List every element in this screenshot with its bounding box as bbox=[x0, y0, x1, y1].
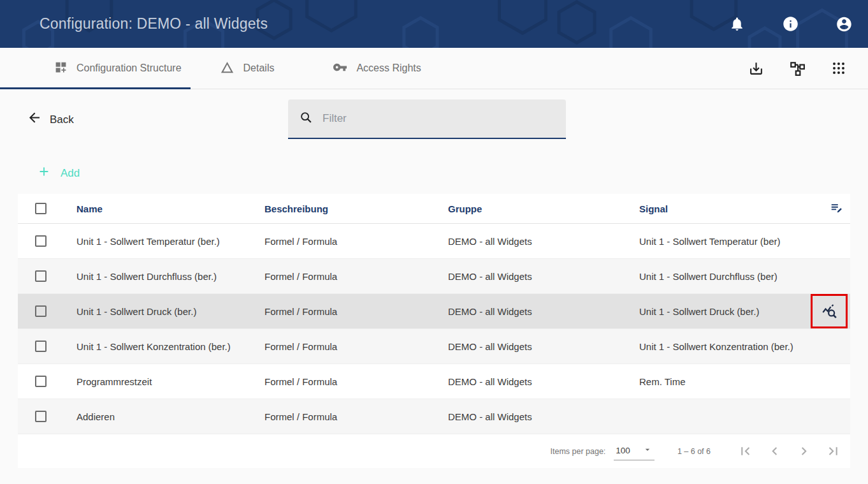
row-checkbox[interactable] bbox=[35, 305, 47, 317]
next-page-icon[interactable] bbox=[796, 443, 812, 459]
add-button[interactable]: Add bbox=[37, 165, 80, 182]
query-stats-icon[interactable] bbox=[821, 303, 838, 320]
paginator: Items per page: 100 1 – 6 of 6 bbox=[18, 434, 850, 468]
cell-beschreibung: Formel / Formula bbox=[264, 271, 448, 282]
tab-bar: Configuration Structure Details Access R… bbox=[0, 48, 868, 89]
cell-gruppe: DEMO - all Widgets bbox=[448, 306, 639, 317]
plus-icon bbox=[37, 165, 51, 182]
table-header-row: Name Beschreibung Gruppe Signal bbox=[18, 194, 850, 224]
back-button[interactable]: Back bbox=[27, 110, 74, 129]
row-checkbox[interactable] bbox=[35, 376, 47, 387]
cell-gruppe: DEMO - all Widgets bbox=[448, 236, 639, 247]
apps-grid-icon[interactable] bbox=[830, 60, 847, 77]
add-label: Add bbox=[61, 167, 80, 180]
main-content: Back Add Name Beschreibung Gruppe Signal bbox=[0, 99, 868, 468]
last-page-icon[interactable] bbox=[825, 443, 841, 459]
cell-beschreibung: Formel / Formula bbox=[264, 306, 448, 317]
items-per-page-value: 100 bbox=[616, 446, 630, 455]
cell-signal: Unit 1 - Sollwert Druck (ber.) bbox=[639, 306, 809, 317]
first-page-icon[interactable] bbox=[737, 443, 753, 459]
table-row[interactable]: Programmrestzeit Formel / Formula DEMO -… bbox=[18, 364, 850, 399]
cell-signal: Unit 1 - Sollwert Durchfluss (ber) bbox=[639, 271, 809, 282]
toolbar-row: Back bbox=[0, 99, 868, 139]
items-per-page-label: Items per page: bbox=[550, 447, 605, 456]
cell-name: Unit 1 - Sollwert Temperatur (ber.) bbox=[76, 236, 264, 247]
pager-nav bbox=[737, 443, 841, 459]
warning-triangle-icon bbox=[220, 60, 235, 77]
cell-gruppe: DEMO - all Widgets bbox=[448, 411, 639, 422]
back-arrow-icon bbox=[27, 110, 42, 129]
tab-label: Configuration Structure bbox=[76, 62, 182, 74]
tab-label: Access Rights bbox=[356, 62, 421, 74]
tab-label: Details bbox=[243, 62, 275, 74]
app-header: Configuration: DEMO - all Widgets bbox=[0, 0, 868, 48]
dashboard-customize-icon bbox=[54, 61, 68, 77]
cell-gruppe: DEMO - all Widgets bbox=[448, 341, 639, 352]
tab-configuration-structure[interactable]: Configuration Structure bbox=[0, 48, 191, 89]
signals-table: Name Beschreibung Gruppe Signal Unit 1 -… bbox=[18, 194, 850, 468]
row-checkbox[interactable] bbox=[35, 270, 47, 282]
tab-access-rights[interactable]: Access Rights bbox=[303, 48, 450, 89]
table-row-highlighted[interactable]: Unit 1 - Sollwert Druck (ber.) Formel / … bbox=[18, 294, 850, 329]
tree-structure-icon[interactable] bbox=[789, 60, 806, 77]
cell-signal: Rem. Time bbox=[639, 376, 809, 387]
cell-name: Programmrestzeit bbox=[76, 376, 264, 387]
account-circle-icon[interactable] bbox=[835, 15, 853, 33]
table-row[interactable]: Unit 1 - Sollwert Temperatur (ber.) Form… bbox=[18, 224, 850, 259]
table-row[interactable]: Unit 1 - Sollwert Durchfluss (ber.) Form… bbox=[18, 259, 850, 294]
cell-name: Unit 1 - Sollwert Konzentration (ber.) bbox=[76, 341, 264, 352]
column-header-name: Name bbox=[76, 203, 264, 214]
cell-name: Unit 1 - Sollwert Druck (ber.) bbox=[76, 306, 264, 317]
column-header-beschreibung: Beschreibung bbox=[264, 203, 448, 214]
tab-details[interactable]: Details bbox=[191, 48, 304, 89]
cell-gruppe: DEMO - all Widgets bbox=[448, 376, 639, 387]
search-icon bbox=[299, 110, 313, 127]
tabbar-actions bbox=[748, 48, 868, 89]
page-title: Configuration: DEMO - all Widgets bbox=[40, 15, 268, 33]
cell-name: Addieren bbox=[76, 411, 264, 422]
edit-columns-icon[interactable] bbox=[830, 202, 848, 216]
table-row[interactable]: Unit 1 - Sollwert Konzentration (ber.) F… bbox=[18, 329, 850, 364]
row-checkbox[interactable] bbox=[35, 341, 47, 352]
cell-beschreibung: Formel / Formula bbox=[264, 411, 448, 422]
cell-name: Unit 1 - Sollwert Durchfluss (ber.) bbox=[76, 271, 264, 282]
cell-beschreibung: Formel / Formula bbox=[264, 236, 448, 247]
info-icon[interactable] bbox=[782, 15, 799, 33]
column-header-signal: Signal bbox=[639, 203, 809, 214]
download-icon[interactable] bbox=[748, 60, 764, 77]
cell-signal: Unit 1 - Sollwert Temperatur (ber) bbox=[639, 236, 809, 247]
back-label: Back bbox=[50, 113, 74, 126]
header-icons bbox=[728, 15, 853, 33]
annotation-highlight-box bbox=[811, 294, 848, 328]
notifications-icon[interactable] bbox=[728, 15, 746, 33]
column-header-gruppe: Gruppe bbox=[448, 203, 639, 214]
row-checkbox[interactable] bbox=[35, 411, 47, 422]
previous-page-icon[interactable] bbox=[767, 443, 783, 459]
table-row[interactable]: Addieren Formel / Formula DEMO - all Wid… bbox=[18, 399, 850, 434]
filter-field bbox=[288, 99, 566, 139]
cell-beschreibung: Formel / Formula bbox=[264, 376, 448, 387]
cell-gruppe: DEMO - all Widgets bbox=[448, 271, 639, 282]
cell-beschreibung: Formel / Formula bbox=[264, 341, 448, 352]
range-label: 1 – 6 of 6 bbox=[677, 447, 711, 456]
chevron-down-icon bbox=[642, 444, 653, 457]
filter-input[interactable] bbox=[322, 112, 555, 125]
items-per-page-select[interactable]: 100 bbox=[614, 443, 655, 460]
cell-signal: Unit 1 - Sollwert Konzentration (ber.) bbox=[639, 341, 809, 352]
row-checkbox[interactable] bbox=[35, 235, 47, 247]
select-all-checkbox[interactable] bbox=[35, 203, 47, 214]
key-icon bbox=[333, 60, 347, 77]
